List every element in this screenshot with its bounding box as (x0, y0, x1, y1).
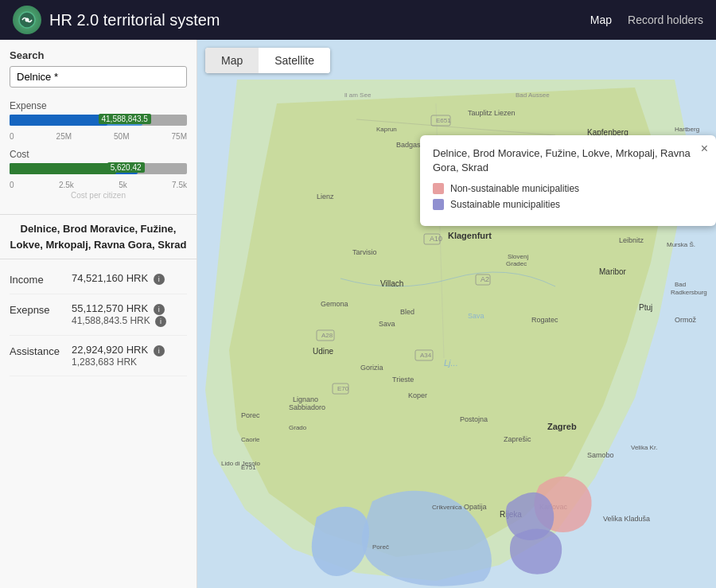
svg-text:Gradec: Gradec (506, 260, 527, 267)
svg-text:Villach: Villach (380, 279, 403, 288)
svg-text:Udine: Udine (313, 347, 334, 356)
svg-text:ll am See: ll am See (344, 92, 372, 99)
stat-income-main: 74,521,160 HRK i (72, 272, 187, 285)
svg-text:Bad Aussee: Bad Aussee (516, 92, 550, 99)
svg-text:Murska Š.: Murska Š. (667, 241, 695, 248)
map-tabs: Map Satellite (205, 48, 330, 73)
stat-assistance: Assistance 22,924,920 HRK i 1,283,683 HR… (10, 336, 187, 376)
map-area[interactable]: Map Satellite K (197, 40, 716, 588)
svg-text:Kaprun: Kaprun (376, 126, 397, 133)
svg-point-1 (25, 18, 29, 22)
search-input[interactable] (10, 66, 187, 88)
map-popup-title: Delnice, Brod Moravice, Fužine, Lokve, M… (433, 146, 703, 175)
tab-satellite[interactable]: Satellite (259, 48, 330, 73)
map-popup-close-button[interactable]: × (701, 142, 708, 156)
svg-text:Rogatec: Rogatec (531, 316, 558, 324)
tab-map[interactable]: Map (205, 48, 259, 73)
legend-color-sustainable (433, 199, 444, 210)
municipality-names: Delnice, Brod Moravice, Fužine, Lokve, M… (0, 214, 197, 259)
stat-assistance-label: Assistance (10, 344, 65, 357)
svg-text:Leibnitz: Leibnitz (619, 236, 644, 244)
svg-text:Slovenj: Slovenj (508, 253, 528, 260)
svg-text:Lienz: Lienz (317, 193, 334, 201)
svg-text:A10: A10 (430, 235, 442, 243)
svg-text:Bled: Bled (400, 308, 414, 316)
legend-item-nonsustainable: Non-sustainable municipalities (433, 183, 703, 194)
stat-expense-label: Exepnse (10, 302, 65, 316)
search-section: Search (0, 40, 197, 94)
svg-text:Radkersburg: Radkersburg (671, 289, 707, 296)
svg-text:Poreč: Poreč (372, 543, 389, 551)
svg-text:Samobo: Samobo (587, 451, 614, 459)
svg-text:Klagenfurt: Klagenfurt (448, 231, 492, 240)
stats-section: Income 74,521,160 HRK i Exepnse 55,112,5… (0, 259, 197, 381)
svg-text:Lignano: Lignano (293, 395, 318, 403)
stat-expense: Exepnse 55,112,570 HRK i 41,588,843.5 HR… (10, 294, 187, 336)
sidebar: Search Expense 41,588,843.5 0 25M (0, 40, 197, 588)
svg-text:Sava: Sava (379, 320, 395, 328)
svg-text:Opatija: Opatija (464, 503, 487, 511)
svg-text:Ptuj: Ptuj (639, 303, 652, 312)
svg-text:Zagreb: Zagreb (547, 422, 577, 431)
svg-text:E70: E70 (337, 385, 349, 392)
header-left: HR 2.0 territorial system (13, 6, 220, 34)
cost-chart-label: Cost (10, 149, 187, 160)
stat-expense-main: 55,112,570 HRK i (72, 302, 187, 315)
svg-text:Grado: Grado (289, 424, 307, 431)
main-layout: Search Expense 41,588,843.5 0 25M (0, 40, 716, 588)
svg-text:Gorizia: Gorizia (360, 364, 383, 372)
svg-text:E651: E651 (436, 117, 451, 124)
map-svg: Kapfenberg Leoben Graz Tauplitz Liezen L… (197, 40, 716, 588)
svg-text:E751: E751 (241, 464, 256, 471)
svg-text:Porec: Porec (241, 411, 260, 419)
legend-item-sustainable: Sustainable municipalities (433, 199, 703, 210)
stat-income-label: Income (10, 272, 65, 286)
stat-income-values: 74,521,160 HRK i (72, 272, 187, 285)
svg-text:Velika Kladuša: Velika Kladuša (603, 515, 650, 523)
stat-income: Income 74,521,160 HRK i (10, 264, 187, 294)
svg-text:Zaprešic: Zaprešic (504, 435, 531, 443)
expense-info-icon[interactable]: i (154, 304, 165, 315)
expense-value: 41,588,843.5 (99, 114, 151, 124)
stat-expense-sub: 41,588,843.5 HRK i (72, 315, 187, 327)
svg-text:A2: A2 (481, 275, 489, 283)
map-popup: × Delnice, Brod Moravice, Fužine, Lokve,… (420, 135, 716, 226)
svg-text:Ormož: Ormož (675, 316, 697, 324)
svg-text:Tarvisio: Tarvisio (352, 248, 377, 256)
legend-label-nonsustainable: Non-sustainable municipalities (450, 183, 579, 194)
assistance-info-icon[interactable]: i (154, 345, 165, 356)
stat-assistance-sub: 1,283,683 HRK (72, 356, 187, 368)
svg-text:Hartberg: Hartberg (675, 126, 699, 133)
svg-text:Koper: Koper (408, 391, 427, 399)
svg-text:Maribor: Maribor (599, 267, 627, 276)
charts-section: Expense 41,588,843.5 0 25M 50M 75M (0, 94, 197, 214)
nav-record-holders[interactable]: Record holders (628, 14, 703, 26)
map-popup-legend: Non-sustainable municipalities Sustainab… (433, 183, 703, 210)
svg-text:Bad: Bad (675, 281, 686, 288)
svg-text:Sava: Sava (468, 312, 484, 320)
expense-sub-info-icon[interactable]: i (155, 316, 166, 327)
expense-chart: Expense 41,588,843.5 0 25M 50M 75M (10, 100, 187, 141)
svg-text:Gemona: Gemona (321, 300, 348, 308)
income-info-icon[interactable]: i (154, 274, 165, 285)
stat-assistance-main: 22,924,920 HRK i (72, 344, 187, 356)
header-title: HR 2.0 territorial system (49, 11, 220, 29)
header: HR 2.0 territorial system Map Record hol… (0, 0, 716, 40)
svg-text:A34: A34 (420, 352, 432, 359)
expense-chart-label: Expense (10, 100, 187, 111)
expense-axis: 0 25M 50M 75M (10, 132, 187, 141)
svg-text:Trieste: Trieste (392, 376, 414, 384)
cost-axis: 0 2.5k 5k 7.5k (10, 181, 187, 189)
cost-per-citizen-label: Cost per citizen (10, 191, 187, 200)
legend-color-nonsustainable (433, 183, 444, 194)
header-nav: Map Record holders (590, 14, 703, 26)
svg-text:Caorle: Caorle (241, 436, 260, 443)
search-label: Search (10, 49, 187, 61)
svg-text:A28: A28 (321, 332, 333, 339)
legend-label-sustainable: Sustainable municipalities (450, 199, 560, 210)
svg-text:Tauplitz Liezen: Tauplitz Liezen (468, 109, 516, 117)
stat-expense-values: 55,112,570 HRK i 41,588,843.5 HRK i (72, 302, 187, 327)
stat-assistance-values: 22,924,920 HRK i 1,283,683 HRK (72, 344, 187, 368)
nav-map[interactable]: Map (590, 14, 612, 26)
cost-chart: Cost 5,620.42 0 2.5k 5k 7.5k Cost per ci… (10, 149, 187, 200)
